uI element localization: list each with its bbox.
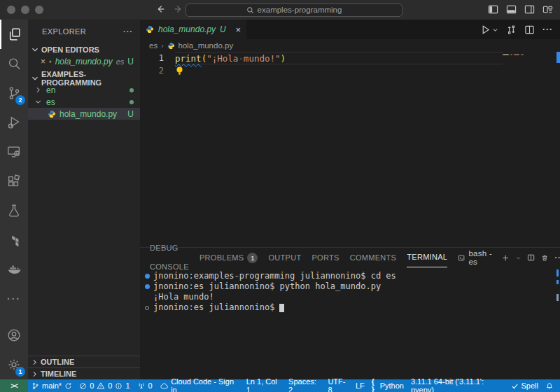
braces-icon: { } [372,378,377,392]
terminal-dropdown-chevron-icon[interactable] [516,255,521,261]
timeline-section-header[interactable]: TIMELINE [28,368,140,379]
minimize-window-button[interactable] [21,6,29,14]
command-success-decoration[interactable] [144,284,150,289]
radio-tower-icon [137,382,146,390]
explorer-icon[interactable] [0,20,28,49]
cursor-position-item[interactable]: Ln 1, Col 1 [243,377,285,392]
sidebar-title: EXPLORER [42,27,86,36]
terminal-output[interactable]: jnonino:examples-programming juliannonin… [140,267,560,379]
toggle-panel-icon[interactable] [506,4,517,15]
remote-explorer-icon[interactable] [0,137,28,167]
outline-section-header[interactable]: OUTLINE [28,356,140,368]
tab-ports[interactable]: PORTS [312,248,339,267]
python-file-icon [146,25,154,34]
bell-icon [545,382,554,390]
editor-more-actions-icon[interactable]: ··· [542,24,553,34]
run-dropdown-chevron-icon[interactable] [492,27,498,33]
tab-debug-console[interactable]: DEBUG CONSOLE [150,248,189,267]
error-icon [79,382,87,390]
remote-indicator[interactable]: >< [0,379,28,392]
tab-terminal[interactable]: TERMINAL [407,248,447,267]
split-terminal-icon[interactable] [527,253,535,262]
zoom-window-button[interactable] [35,6,43,14]
new-terminal-icon[interactable] [502,253,509,262]
bottom-panel: DEBUG CONSOLE PROBLEMS1 OUTPUT PORTS COM… [140,247,560,379]
check-icon [511,382,519,390]
split-editor-icon[interactable] [524,24,535,35]
warning-icon [97,382,105,390]
open-editor-item[interactable]: × hola_mundo.py es U [28,55,140,67]
terminal-scrollbar-decorations [556,267,559,379]
breadcrumb[interactable]: es › hola_mundo.py [140,39,560,52]
git-status-untracked: U [127,109,140,119]
window-controls[interactable] [7,6,43,14]
workspace-header[interactable]: EXAMPLES-PROGRAMMING [28,72,140,84]
tab-output[interactable]: OUTPUT [268,248,301,267]
breadcrumb-separator-icon: › [161,42,163,50]
problems-status-item[interactable]: 0 0 1 [76,379,133,392]
sync-icon [64,382,72,390]
tab-git-status: U [220,24,226,34]
search-view-icon[interactable] [0,49,28,78]
git-status-untracked: U [127,57,140,66]
breadcrumb-folder[interactable]: es [149,41,158,50]
customize-layout-icon[interactable] [542,4,553,15]
open-editor-filename: hola_mundo.py [55,57,113,66]
open-editors-header[interactable]: OPEN EDITORS [28,43,140,55]
settings-badge: 1 [15,367,25,377]
tree-folder-es[interactable]: es [28,96,140,108]
ports-status-item[interactable]: 0 [134,379,156,392]
docker-icon[interactable] [0,255,28,284]
tab-filename: hola_mundo.py [158,24,216,34]
toggle-sidebar-icon[interactable] [488,4,498,15]
tab-comments[interactable]: COMMENTS [350,248,397,267]
close-tab-icon[interactable]: × [235,24,241,35]
forward-arrow-icon[interactable] [174,4,183,14]
close-window-button[interactable] [7,6,15,14]
close-editor-icon[interactable]: × [41,57,46,66]
python-file-icon [48,110,56,118]
terminal-session-select[interactable]: bash - es [458,249,496,266]
more-views-icon[interactable]: ··· [0,284,28,314]
git-branch-item[interactable]: main* [28,379,76,392]
command-pending-decoration[interactable] [144,306,150,310]
terminal-cursor [279,304,284,312]
python-interpreter-item[interactable]: 3.11.1 64-bit ('3.11.1': pyenv) [407,377,507,392]
explorer-more-actions-icon[interactable]: ··· [123,27,133,36]
language-mode-item[interactable]: { } Python [368,378,407,392]
status-bar: >< main* 0 0 1 0 Cloud Code - Sign in Ln… [0,379,560,392]
settings-gear-icon[interactable]: 1 [0,350,28,379]
terraform-icon[interactable] [0,225,28,255]
command-center-search[interactable]: examples-programming [186,4,402,17]
indentation-item[interactable]: Spaces: 2 [285,377,324,392]
command-success-decoration[interactable] [144,274,150,279]
run-debug-icon[interactable] [0,108,28,137]
source-control-icon[interactable]: 2 [0,78,28,108]
notifications-bell-item[interactable] [542,382,557,390]
open-changes-icon[interactable] [506,24,517,35]
panel-tabbar: DEBUG CONSOLE PROBLEMS1 OUTPUT PORTS COM… [140,248,560,267]
code-editor[interactable]: 1 print("¡Hola·mundo!") 2 [140,52,560,247]
testing-icon[interactable] [0,196,28,225]
terminal-line: jnonino:es juliannonino$ [144,302,560,313]
account-icon[interactable] [0,321,28,350]
kill-terminal-icon[interactable] [541,253,548,262]
lightbulb-icon[interactable] [175,66,184,76]
tab-problems[interactable]: PROBLEMS1 [200,248,258,267]
activity-bar: 2 ··· [0,20,28,379]
run-python-file-icon[interactable] [480,24,491,35]
cloud-code-item[interactable]: Cloud Code - Sign in [156,379,243,392]
tab-hola-mundo[interactable]: hola_mundo.py U × [140,20,246,39]
eol-item[interactable]: LF [352,382,368,390]
problems-badge: 1 [247,253,258,263]
encoding-item[interactable]: UTF-8 [324,377,352,392]
breadcrumb-file[interactable]: hola_mundo.py [178,41,234,50]
spell-checker-item[interactable]: Spell [507,382,542,390]
chevron-down-icon [30,74,40,83]
extensions-icon[interactable] [0,167,28,196]
toggle-secondary-sidebar-icon[interactable] [524,4,535,15]
minimap[interactable] [503,52,553,80]
tree-file-hola-mundo[interactable]: hola_mundo.py U [28,108,140,120]
panel-more-actions-icon[interactable]: ··· [554,253,560,262]
back-arrow-icon[interactable] [155,4,165,14]
